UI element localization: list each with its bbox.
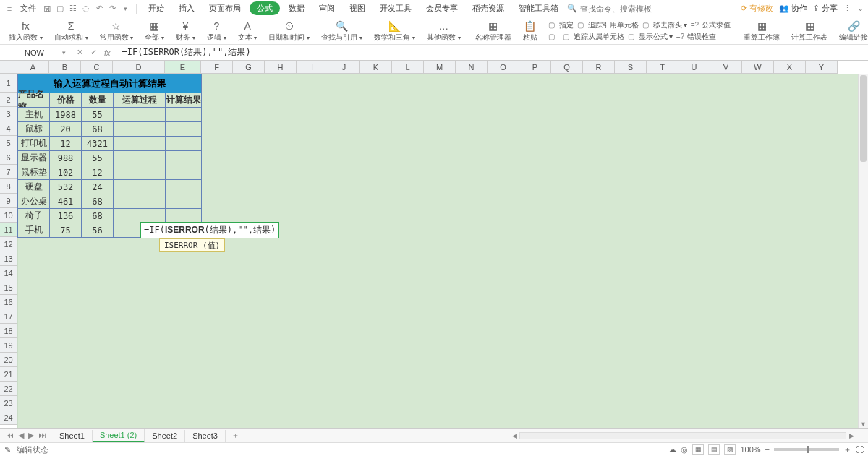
cell-r4-c3[interactable] bbox=[113, 121, 166, 137]
add-sheet-button[interactable]: ＋ bbox=[226, 430, 245, 441]
col-header-R[interactable]: R bbox=[583, 61, 615, 74]
zoom-value[interactable]: 100% bbox=[740, 445, 760, 454]
cell-r3-c4[interactable] bbox=[165, 107, 202, 122]
status-misc-icon[interactable]: ◎ bbox=[681, 445, 688, 455]
share-button[interactable]: ⇪ 分享 bbox=[813, 3, 838, 14]
cell-r9-c1[interactable]: 461 bbox=[49, 194, 82, 209]
file-menu[interactable]: 文件 bbox=[17, 1, 39, 15]
row-header-21[interactable]: 21 bbox=[0, 367, 17, 382]
col-header-M[interactable]: M bbox=[424, 61, 456, 74]
ribbon-编辑链接[interactable]: 🔗编辑链接 bbox=[833, 20, 868, 43]
row-header-5[interactable]: 5 bbox=[0, 136, 17, 150]
row-header-18[interactable]: 18 bbox=[0, 324, 17, 338]
col-header-J[interactable]: J bbox=[328, 61, 360, 74]
row-header-17[interactable]: 17 bbox=[0, 309, 17, 324]
col-header-H[interactable]: H bbox=[265, 61, 297, 74]
cell-r5-c2[interactable]: 4321 bbox=[81, 136, 114, 151]
tab-member[interactable]: 会员专享 bbox=[420, 1, 464, 16]
collab-button[interactable]: 👥 协作 bbox=[779, 3, 807, 14]
col-header-Q[interactable]: Q bbox=[551, 61, 583, 74]
cell-r9-c2[interactable]: 68 bbox=[81, 194, 114, 209]
row-header-1[interactable]: 1 bbox=[0, 74, 17, 93]
cell-r4-c4[interactable] bbox=[165, 121, 202, 137]
cell-r4-c1[interactable]: 20 bbox=[49, 121, 82, 137]
zoom-in-button[interactable]: ＋ bbox=[843, 444, 851, 455]
row-header-7[interactable]: 7 bbox=[0, 165, 17, 179]
cell-r10-c1[interactable]: 136 bbox=[49, 208, 82, 223]
undo-icon[interactable]: ↶ bbox=[94, 4, 104, 14]
vscroll-thumb[interactable] bbox=[860, 75, 867, 162]
col-header-F[interactable]: F bbox=[201, 61, 233, 74]
tab-data[interactable]: 数据 bbox=[283, 1, 310, 16]
col-header-S[interactable]: S bbox=[615, 61, 647, 74]
col-header-L[interactable]: L bbox=[392, 61, 424, 74]
col-header-Y[interactable]: Y bbox=[806, 61, 838, 74]
tab-review[interactable]: 审阅 bbox=[313, 1, 341, 16]
col-header-A[interactable]: A bbox=[17, 61, 49, 74]
col-header-U[interactable]: U bbox=[678, 61, 710, 74]
cell-r9-c4[interactable] bbox=[165, 194, 202, 209]
row-header-6[interactable]: 6 bbox=[0, 150, 17, 165]
cell-r7-c2[interactable]: 12 bbox=[81, 165, 114, 180]
row-header-8[interactable]: 8 bbox=[0, 179, 17, 194]
hscroll-left[interactable]: ◀ bbox=[509, 432, 519, 439]
row-header-9[interactable]: 9 bbox=[0, 194, 17, 208]
ribbon-全部[interactable]: ▦全部 ▾ bbox=[139, 20, 170, 43]
cell-r6-c1[interactable]: 988 bbox=[49, 150, 82, 165]
hscroll-track[interactable] bbox=[519, 432, 846, 439]
ribbon-逻辑[interactable]: ?逻辑 ▾ bbox=[201, 20, 232, 43]
cell-r8-c2[interactable]: 24 bbox=[81, 179, 114, 194]
tab-formula[interactable]: 公式 bbox=[250, 1, 280, 15]
zoom-out-button[interactable]: − bbox=[765, 445, 770, 454]
vertical-scrollbar[interactable]: ▲ ▼ bbox=[858, 74, 868, 428]
cell-r10-c2[interactable]: 68 bbox=[81, 208, 114, 223]
pending-changes[interactable]: ⟳ 有修改 bbox=[741, 3, 773, 14]
sheet-nav-last[interactable]: ⏭ bbox=[38, 431, 46, 440]
cell-r6-c2[interactable]: 55 bbox=[81, 150, 114, 165]
row-header-15[interactable]: 15 bbox=[0, 280, 17, 295]
col-header-X[interactable]: X bbox=[774, 61, 806, 74]
row-header-4[interactable]: 4 bbox=[0, 121, 17, 136]
cell-r5-c1[interactable]: 12 bbox=[49, 136, 82, 151]
ribbon-文本[interactable]: A文本 ▾ bbox=[232, 20, 263, 43]
row-header-12[interactable]: 12 bbox=[0, 237, 17, 251]
cell-r7-c4[interactable] bbox=[165, 165, 202, 180]
search-input[interactable] bbox=[580, 4, 667, 13]
tab-dev[interactable]: 开发工具 bbox=[374, 1, 417, 16]
cell-r3-c0[interactable]: 主机 bbox=[17, 107, 50, 122]
table-header-0[interactable]: 产品名称 bbox=[17, 93, 50, 108]
expand-icon[interactable]: ⌄ bbox=[857, 4, 864, 13]
cell-r8-c3[interactable] bbox=[113, 179, 166, 194]
row-header-20[interactable]: 20 bbox=[0, 353, 17, 367]
tab-view[interactable]: 视图 bbox=[344, 1, 371, 16]
row-header-2[interactable]: 2 bbox=[0, 93, 17, 107]
status-cloud-icon[interactable]: ☁ bbox=[668, 445, 676, 455]
cell-r7-c3[interactable] bbox=[113, 165, 166, 180]
row-header-14[interactable]: 14 bbox=[0, 266, 17, 280]
cell-r10-c4[interactable] bbox=[165, 208, 202, 223]
cell-r11-c1[interactable]: 75 bbox=[49, 223, 82, 238]
table-header-4[interactable]: 计算结果 bbox=[165, 93, 202, 108]
formula-input[interactable]: =IF(ISERROR(结果),"",结果) bbox=[118, 46, 868, 59]
table-header-3[interactable]: 运算过程 bbox=[113, 93, 166, 108]
table-header-2[interactable]: 数量 bbox=[81, 93, 114, 108]
col-header-G[interactable]: G bbox=[233, 61, 265, 74]
col-header-T[interactable]: T bbox=[647, 61, 678, 74]
ribbon-重算工作簿[interactable]: ▦重算工作簿 bbox=[738, 20, 786, 43]
cell-r10-c3[interactable] bbox=[113, 208, 166, 223]
sheet-tab-0[interactable]: Sheet1 bbox=[52, 430, 93, 442]
cancel-formula-icon[interactable]: ✕ bbox=[77, 48, 83, 57]
accept-formula-icon[interactable]: ✓ bbox=[90, 48, 97, 57]
col-header-D[interactable]: D bbox=[113, 61, 165, 74]
ribbon-财务[interactable]: ¥财务 ▾ bbox=[170, 20, 201, 43]
row-header-23[interactable]: 23 bbox=[0, 396, 17, 410]
cell-editor[interactable]: =IF(ISERROR(结果),"",结果) bbox=[140, 222, 279, 238]
ribbon-日期和时间[interactable]: ⏲日期和时间 ▾ bbox=[263, 20, 315, 43]
qat-dropdown[interactable]: ▾ bbox=[120, 4, 130, 14]
col-header-W[interactable]: W bbox=[742, 61, 774, 74]
cell-r6-c4[interactable] bbox=[165, 150, 202, 165]
tab-insert[interactable]: 插入 bbox=[173, 1, 200, 16]
cell-r8-c0[interactable]: 硬盘 bbox=[17, 179, 50, 194]
cell-r4-c2[interactable]: 68 bbox=[81, 121, 114, 137]
cell-r3-c3[interactable] bbox=[113, 107, 166, 122]
